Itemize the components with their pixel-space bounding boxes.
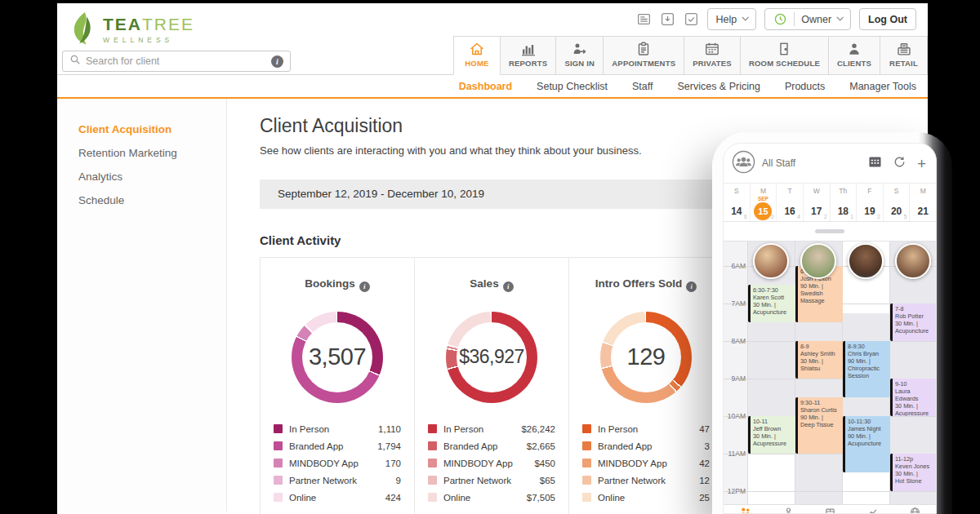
refresh-icon[interactable]	[893, 155, 906, 172]
legend: In Person47Branded App3MINDBODY App42Par…	[582, 424, 710, 503]
legend-row: In Person47	[582, 424, 710, 434]
news-icon[interactable]	[636, 11, 652, 27]
day-cell-14[interactable]: S146	[724, 184, 750, 221]
legend-label: Partner Network	[443, 476, 540, 485]
legend-label: Online	[289, 493, 385, 503]
tasks-check-icon[interactable]	[684, 11, 699, 27]
day-of-week: M	[760, 187, 766, 196]
tab-home[interactable]: HOME	[453, 36, 501, 75]
legend-swatch	[274, 424, 283, 433]
day-of-week: F	[867, 187, 871, 196]
phone-mockup: All Staff + S146MSEP153T164W172Th181F192…	[712, 132, 952, 514]
staff-avatar-4[interactable]	[895, 243, 931, 279]
drag-handle[interactable]	[724, 222, 936, 241]
subnav-item-services-pricing[interactable]: Services & Pricing	[677, 81, 760, 92]
legend-label: Branded App	[443, 441, 527, 451]
legend-swatch	[274, 476, 283, 485]
legend-label: In Person	[289, 424, 378, 434]
tab-room-schedule[interactable]: ROOM SCHEDULE	[741, 36, 829, 75]
logout-button[interactable]: Log Out	[859, 8, 916, 30]
tab-sign-in[interactable]: SIGN IN	[556, 36, 604, 75]
brand-logo[interactable]: TEATREE WELLNESS	[69, 10, 194, 49]
legend-row: Partner Network12	[582, 476, 710, 485]
globe-icon[interactable]	[910, 507, 920, 514]
tab-privates[interactable]: PRIVATES	[684, 36, 741, 75]
subnav-item-manager-tools[interactable]: Manager Tools	[849, 81, 916, 92]
community-icon[interactable]	[739, 507, 751, 514]
time-gutter	[724, 241, 748, 504]
legend-label: In Person	[443, 424, 521, 434]
legend-row: Branded App3	[582, 441, 710, 451]
tab-appointments[interactable]: APPOINTMENTS	[604, 36, 684, 75]
phone-tab-bar	[724, 504, 936, 514]
appointment-rob-potter[interactable]: 7-8Rob Potter30 Min. |Acupuncture	[890, 304, 937, 341]
sidebar-item-client-acquisition[interactable]: Client Acquisition	[78, 123, 226, 136]
mini-calendar-icon[interactable]	[868, 156, 882, 171]
appointment-sharon-curtis[interactable]: 9:30-11Sharon Curtis90 Min. |Deep Tissue	[795, 397, 843, 454]
search-info-icon[interactable]: i	[271, 55, 283, 68]
tab-reports[interactable]: REPORTS	[501, 36, 556, 75]
donut-total: $36,927	[446, 312, 537, 403]
day-cell-18[interactable]: Th181	[830, 184, 857, 221]
appointment-chris-bryan[interactable]: 8-9:30Chris Bryan90 Min. |Chiropractic S…	[843, 341, 890, 397]
schedule-grid: 6AM7AM8AM9AM10AM11AM12PM6:30-7:30Karen S…	[724, 241, 936, 504]
appointment-laura-edwards[interactable]: 9-10Laura Edwards30 Min. |Acupressure	[890, 379, 937, 416]
inbox-download-icon[interactable]	[660, 11, 675, 27]
appointment-duration: 30 Min. |	[895, 320, 935, 327]
hour-line	[724, 491, 936, 492]
day-cell-21[interactable]: M21	[909, 184, 936, 221]
appointment-karen-scott[interactable]: 6:30-7:30Karen Scott30 Min. |Acupuncture	[748, 285, 795, 322]
info-icon[interactable]: i	[686, 281, 697, 292]
time-label: 11AM	[724, 450, 746, 458]
all-staff-label[interactable]: All Staff	[762, 157, 868, 169]
staff-avatar-3[interactable]	[848, 243, 884, 279]
staff-avatar-2[interactable]	[800, 243, 836, 279]
day-cell-17[interactable]: W172	[803, 184, 830, 221]
sidebar-item-retention-marketing[interactable]: Retention Marketing	[78, 147, 226, 160]
appointment-service: Acupressure	[753, 440, 793, 447]
all-staff-group-icon[interactable]	[732, 150, 755, 177]
day-cell-20[interactable]: S205	[883, 184, 910, 221]
subnav-item-staff[interactable]: Staff	[632, 81, 653, 92]
client-search-input[interactable]: Search for client i	[62, 51, 291, 72]
legend-label: MINDBODY App	[443, 459, 534, 468]
legend-value: 1,110	[378, 424, 401, 434]
day-cell-16[interactable]: T164	[776, 184, 803, 221]
legend-value: 42	[699, 459, 710, 468]
top-bar: TEATREE WELLNESS Search for client i Hel…	[57, 3, 928, 75]
appointment-duration: 90 Min. |	[800, 282, 840, 290]
legend-row: Partner Network9	[274, 476, 401, 485]
owner-menu-button[interactable]: Owner	[764, 8, 851, 30]
tab-label: APPOINTMENTS	[612, 59, 675, 68]
day-cell-15[interactable]: MSEP153	[750, 184, 777, 221]
legend-value: $26,242	[521, 424, 555, 434]
tab-label: REPORTS	[509, 59, 547, 68]
help-button[interactable]: Help	[707, 8, 757, 30]
appointment-ashley-smith[interactable]: 8-9Ashley Smith30 Min. |Shiatsu	[795, 341, 843, 379]
card-sales: Salesi$36,927In Person$26,242Branded App…	[414, 257, 569, 514]
tab-retail[interactable]: RETAIL	[880, 36, 928, 75]
time-label: 12PM	[724, 487, 746, 495]
person-icon[interactable]	[783, 507, 794, 514]
day-of-week: S	[894, 187, 899, 196]
appointment-keven-jones[interactable]: 11-12pKeven Jones30 Min. |Hot Stone	[890, 454, 937, 491]
subnav-item-products[interactable]: Products	[785, 81, 825, 92]
staff-avatar-1[interactable]	[753, 243, 789, 279]
day-cell-19[interactable]: F192	[856, 184, 883, 221]
add-icon[interactable]: +	[917, 156, 926, 171]
box-icon[interactable]	[825, 507, 835, 514]
tab-clients[interactable]: CLIENTS	[829, 36, 880, 75]
info-icon[interactable]: i	[503, 281, 514, 292]
donut-total: 129	[600, 312, 692, 403]
legend-swatch	[582, 459, 591, 467]
subnav-item-setup-checklist[interactable]: Setup Checklist	[537, 81, 608, 92]
info-icon[interactable]: i	[359, 281, 370, 292]
sidebar-item-schedule[interactable]: Schedule	[78, 194, 226, 207]
sidebar-item-analytics[interactable]: Analytics	[78, 171, 226, 184]
appointment-james-night[interactable]: 10-11:30James Night90 Min. |Acupuncture	[843, 416, 890, 472]
chart-icon[interactable]	[867, 507, 878, 514]
subnav-item-dashboard[interactable]: Dashboard	[459, 81, 512, 92]
appointment-jeff-brown[interactable]: 10-11Jeff Brown30 Min. |Acupressure	[748, 416, 795, 454]
day-of-week: T	[787, 187, 791, 196]
appointment-time: 11-12p	[895, 455, 935, 463]
